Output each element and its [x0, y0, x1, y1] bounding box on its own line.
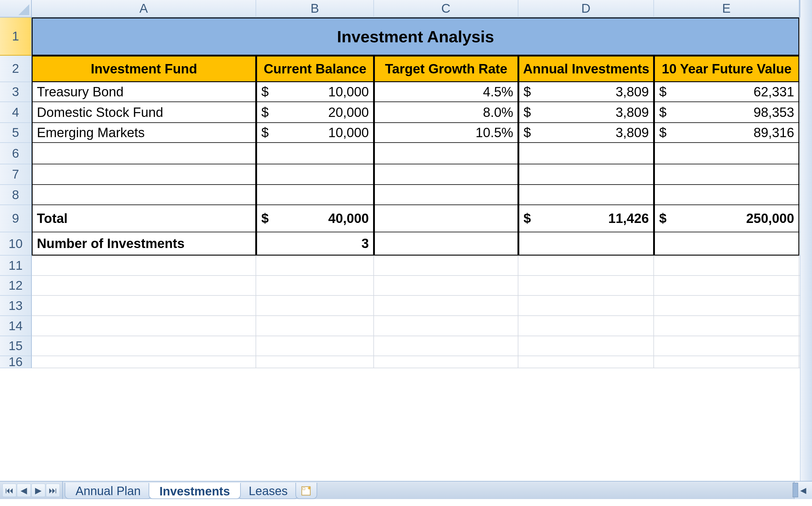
col-header-a[interactable]: A	[32, 0, 256, 17]
select-all-corner[interactable]	[0, 0, 32, 17]
cell-a3[interactable]: Treasury Bond	[32, 82, 256, 102]
cell-d8[interactable]	[518, 185, 654, 205]
cell-e11[interactable]	[654, 256, 799, 276]
row-header-10[interactable]: 10	[0, 232, 32, 256]
cell-a14[interactable]	[32, 316, 256, 336]
row-header-13[interactable]: 13	[0, 296, 32, 316]
cell-c11[interactable]	[374, 256, 518, 276]
column-header-target-growth-rate[interactable]: Target Growth Rate	[374, 56, 518, 82]
cell-d3[interactable]: $3,809	[518, 82, 654, 102]
cell-d4[interactable]: $3,809	[518, 102, 654, 123]
cell-c16[interactable]	[374, 356, 518, 368]
row-header-3[interactable]: 3	[0, 82, 32, 102]
cell-c14[interactable]	[374, 316, 518, 336]
cell-e6[interactable]	[654, 143, 799, 164]
cell-a11[interactable]	[32, 256, 256, 276]
row-header-1[interactable]: 1	[0, 17, 32, 56]
row-header-7[interactable]: 7	[0, 164, 32, 185]
col-header-d[interactable]: D	[518, 0, 654, 17]
cell-b4[interactable]: $20,000	[256, 102, 374, 123]
cell-b11[interactable]	[256, 256, 374, 276]
cell-a8[interactable]	[32, 185, 256, 205]
cell-e12[interactable]	[654, 276, 799, 296]
cell-e8[interactable]	[654, 185, 799, 205]
last-sheet-button[interactable]: ⏭	[46, 484, 60, 497]
row-header-6[interactable]: 6	[0, 143, 32, 164]
cell-c8[interactable]	[374, 185, 518, 205]
cell-d12[interactable]	[518, 276, 654, 296]
cell-a13[interactable]	[32, 296, 256, 316]
column-header-10-year-future-value[interactable]: 10 Year Future Value	[654, 56, 799, 82]
cell-c9[interactable]	[374, 205, 518, 232]
cell-a9-total-label[interactable]: Total	[32, 205, 256, 232]
cell-d11[interactable]	[518, 256, 654, 276]
cell-d6[interactable]	[518, 143, 654, 164]
cell-d14[interactable]	[518, 316, 654, 336]
col-header-c[interactable]: C	[374, 0, 518, 17]
row-header-4[interactable]: 4	[0, 102, 32, 123]
cell-e10[interactable]	[654, 232, 799, 256]
cell-c4[interactable]: 8.0%	[374, 102, 518, 123]
cell-c12[interactable]	[374, 276, 518, 296]
cell-b7[interactable]	[256, 164, 374, 185]
next-sheet-button[interactable]: ▶	[31, 484, 45, 497]
cell-b5[interactable]: $10,000	[256, 123, 374, 143]
row-header-5[interactable]: 5	[0, 123, 32, 143]
row-header-9[interactable]: 9	[0, 205, 32, 232]
cell-c6[interactable]	[374, 143, 518, 164]
cell-c3[interactable]: 4.5%	[374, 82, 518, 102]
cell-a4[interactable]: Domestic Stock Fund	[32, 102, 256, 123]
col-header-e[interactable]: E	[654, 0, 799, 17]
tab-annual-plan[interactable]: Annual Plan	[65, 483, 152, 499]
cell-e14[interactable]	[654, 316, 799, 336]
spreadsheet-grid[interactable]: A B C D E 1 Investment Analysis 2 Invest…	[0, 0, 812, 481]
row-header-2[interactable]: 2	[0, 56, 32, 82]
cell-d7[interactable]	[518, 164, 654, 185]
cell-b10-count-value[interactable]: 3	[256, 232, 374, 256]
cell-b16[interactable]	[256, 356, 374, 368]
cell-a7[interactable]	[32, 164, 256, 185]
cell-b14[interactable]	[256, 316, 374, 336]
cell-c10[interactable]	[374, 232, 518, 256]
prev-sheet-button[interactable]: ◀	[17, 484, 31, 497]
row-header-15[interactable]: 15	[0, 336, 32, 356]
cell-e16[interactable]	[654, 356, 799, 368]
cell-b12[interactable]	[256, 276, 374, 296]
row-header-8[interactable]: 8	[0, 185, 32, 205]
cell-d15[interactable]	[518, 336, 654, 356]
column-header-annual-investments[interactable]: Annual Investments	[518, 56, 654, 82]
new-sheet-button[interactable]	[295, 483, 317, 499]
row-header-14[interactable]: 14	[0, 316, 32, 336]
cell-d16[interactable]	[518, 356, 654, 368]
cell-a12[interactable]	[32, 276, 256, 296]
tab-scroll-splitter[interactable]	[793, 483, 798, 497]
tab-leases[interactable]: Leases	[238, 483, 298, 499]
cell-b3[interactable]: $10,000	[256, 82, 374, 102]
cell-e7[interactable]	[654, 164, 799, 185]
column-header-current-balance[interactable]: Current Balance	[256, 56, 374, 82]
cell-c7[interactable]	[374, 164, 518, 185]
cell-a10-count-label[interactable]: Number of Investments	[32, 232, 256, 256]
cell-b9-total-balance[interactable]: $40,000	[256, 205, 374, 232]
cell-a15[interactable]	[32, 336, 256, 356]
cell-c13[interactable]	[374, 296, 518, 316]
cell-d10[interactable]	[518, 232, 654, 256]
cell-e13[interactable]	[654, 296, 799, 316]
row-header-12[interactable]: 12	[0, 276, 32, 296]
row-header-16[interactable]: 16	[0, 356, 32, 368]
cell-c5[interactable]: 10.5%	[374, 123, 518, 143]
cell-e4[interactable]: $98,353	[654, 102, 799, 123]
cell-a6[interactable]	[32, 143, 256, 164]
column-header-investment-fund[interactable]: Investment Fund	[32, 56, 256, 82]
cell-b6[interactable]	[256, 143, 374, 164]
vertical-scrollbar[interactable]	[800, 0, 812, 481]
first-sheet-button[interactable]: ⏮	[2, 484, 16, 497]
cell-b13[interactable]	[256, 296, 374, 316]
row-header-11[interactable]: 11	[0, 256, 32, 276]
cell-b15[interactable]	[256, 336, 374, 356]
cell-c15[interactable]	[374, 336, 518, 356]
tab-investments[interactable]: Investments	[149, 483, 241, 499]
cell-e3[interactable]: $62,331	[654, 82, 799, 102]
cell-d9-total-annual[interactable]: $11,426	[518, 205, 654, 232]
title-banner[interactable]: Investment Analysis	[32, 17, 799, 56]
